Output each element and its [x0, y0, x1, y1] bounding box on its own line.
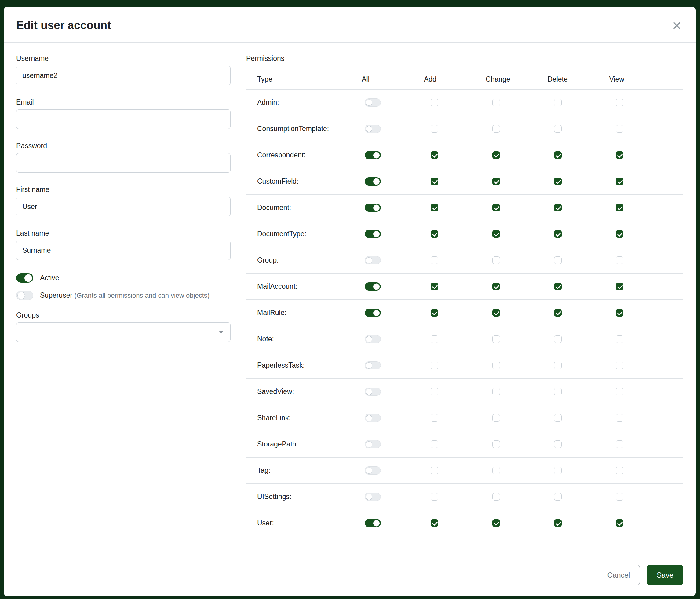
permission-change-checkbox[interactable]: [492, 414, 500, 422]
permission-all-toggle[interactable]: [365, 493, 381, 501]
first-name-input[interactable]: [16, 197, 231, 216]
permission-add-checkbox[interactable]: [431, 493, 438, 501]
permission-change-checkbox[interactable]: [492, 230, 500, 238]
permission-type-label: CustomField:: [257, 177, 298, 186]
permission-delete-checkbox[interactable]: [554, 493, 561, 501]
permission-change-checkbox[interactable]: [492, 362, 500, 369]
permission-add-checkbox[interactable]: [431, 414, 438, 422]
permission-all-toggle[interactable]: [365, 309, 381, 317]
permission-all-toggle[interactable]: [365, 440, 381, 448]
permission-delete-checkbox[interactable]: [554, 283, 561, 290]
permission-all-toggle[interactable]: [365, 98, 381, 107]
permission-view-checkbox[interactable]: [616, 467, 623, 474]
permission-view-checkbox[interactable]: [616, 519, 623, 527]
permission-view-checkbox[interactable]: [616, 283, 623, 290]
permission-all-toggle[interactable]: [365, 414, 381, 422]
permission-add-checkbox[interactable]: [431, 440, 438, 448]
permission-add-checkbox[interactable]: [431, 519, 438, 527]
permission-change-checkbox[interactable]: [492, 125, 500, 133]
permission-add-checkbox[interactable]: [431, 309, 438, 317]
permission-delete-checkbox[interactable]: [554, 177, 561, 185]
permission-change-checkbox[interactable]: [492, 467, 500, 474]
permission-view-checkbox[interactable]: [616, 204, 623, 212]
permission-change-checkbox[interactable]: [492, 177, 500, 185]
permission-change-checkbox[interactable]: [492, 283, 500, 290]
superuser-toggle[interactable]: [16, 291, 33, 300]
permission-delete-checkbox[interactable]: [554, 151, 561, 159]
permission-all-toggle[interactable]: [365, 519, 381, 527]
permission-add-checkbox[interactable]: [431, 335, 438, 343]
permission-type-label: Correspondent:: [257, 151, 306, 159]
permission-change-checkbox[interactable]: [492, 204, 500, 212]
permission-view-checkbox[interactable]: [616, 388, 623, 396]
permission-delete-checkbox[interactable]: [554, 230, 561, 238]
permission-delete-checkbox[interactable]: [554, 204, 561, 212]
permission-add-checkbox[interactable]: [431, 177, 438, 185]
username-input[interactable]: [16, 66, 231, 85]
email-field[interactable]: [16, 110, 231, 129]
permission-change-checkbox[interactable]: [492, 493, 500, 501]
permission-all-toggle[interactable]: [365, 177, 381, 186]
permission-all-toggle[interactable]: [365, 466, 381, 475]
permission-delete-checkbox[interactable]: [554, 335, 561, 343]
permission-change-checkbox[interactable]: [492, 99, 500, 106]
permission-delete-checkbox[interactable]: [554, 414, 561, 422]
active-toggle[interactable]: [16, 273, 33, 283]
permission-add-checkbox[interactable]: [431, 151, 438, 159]
permission-add-checkbox[interactable]: [431, 230, 438, 238]
cancel-button[interactable]: Cancel: [598, 565, 640, 585]
password-field[interactable]: [16, 153, 231, 173]
permission-view-checkbox[interactable]: [616, 257, 623, 264]
permission-delete-checkbox[interactable]: [554, 467, 561, 474]
permission-view-checkbox[interactable]: [616, 414, 623, 422]
permission-delete-checkbox[interactable]: [554, 519, 561, 527]
save-button[interactable]: Save: [647, 565, 683, 585]
permission-all-toggle[interactable]: [365, 256, 381, 264]
permission-view-checkbox[interactable]: [616, 335, 623, 343]
permission-view-checkbox[interactable]: [616, 99, 623, 106]
permission-delete-checkbox[interactable]: [554, 125, 561, 133]
permission-delete-checkbox[interactable]: [554, 99, 561, 106]
close-icon[interactable]: ×: [670, 18, 683, 33]
permission-add-checkbox[interactable]: [431, 362, 438, 369]
permission-change-checkbox[interactable]: [492, 257, 500, 264]
permission-add-checkbox[interactable]: [431, 125, 438, 133]
permission-change-checkbox[interactable]: [492, 309, 500, 317]
permission-view-checkbox[interactable]: [616, 125, 623, 133]
permission-view-checkbox[interactable]: [616, 309, 623, 317]
permission-all-toggle[interactable]: [365, 282, 381, 291]
permission-add-checkbox[interactable]: [431, 257, 438, 264]
permission-add-checkbox[interactable]: [431, 204, 438, 212]
permission-add-checkbox[interactable]: [431, 283, 438, 290]
permission-view-checkbox[interactable]: [616, 177, 623, 185]
permission-add-checkbox[interactable]: [431, 467, 438, 474]
permission-change-checkbox[interactable]: [492, 335, 500, 343]
permission-view-checkbox[interactable]: [616, 493, 623, 501]
toggle-knob: [373, 231, 380, 237]
permission-all-toggle[interactable]: [365, 335, 381, 343]
permission-change-checkbox[interactable]: [492, 519, 500, 527]
permission-all-toggle[interactable]: [365, 203, 381, 212]
permission-all-toggle[interactable]: [365, 361, 381, 369]
permission-all-toggle[interactable]: [365, 387, 381, 396]
permission-view-checkbox[interactable]: [616, 151, 623, 159]
permission-change-checkbox[interactable]: [492, 388, 500, 396]
permission-delete-checkbox[interactable]: [554, 309, 561, 317]
permission-change-checkbox[interactable]: [492, 151, 500, 159]
permission-add-checkbox[interactable]: [431, 99, 438, 106]
permission-all-toggle[interactable]: [365, 230, 381, 238]
permission-delete-checkbox[interactable]: [554, 362, 561, 369]
permission-view-checkbox[interactable]: [616, 362, 623, 369]
permission-all-toggle[interactable]: [365, 125, 381, 133]
groups-select[interactable]: [16, 322, 231, 342]
permission-delete-checkbox[interactable]: [554, 440, 561, 448]
permission-view-checkbox[interactable]: [616, 440, 623, 448]
last-name-input[interactable]: [16, 241, 231, 260]
permission-add-checkbox[interactable]: [431, 388, 438, 396]
permission-view-checkbox[interactable]: [616, 230, 623, 238]
permission-delete-checkbox[interactable]: [554, 257, 561, 264]
permission-change-checkbox[interactable]: [492, 440, 500, 448]
permission-delete-checkbox[interactable]: [554, 388, 561, 396]
toggle-knob: [366, 494, 372, 500]
permission-all-toggle[interactable]: [365, 151, 381, 159]
